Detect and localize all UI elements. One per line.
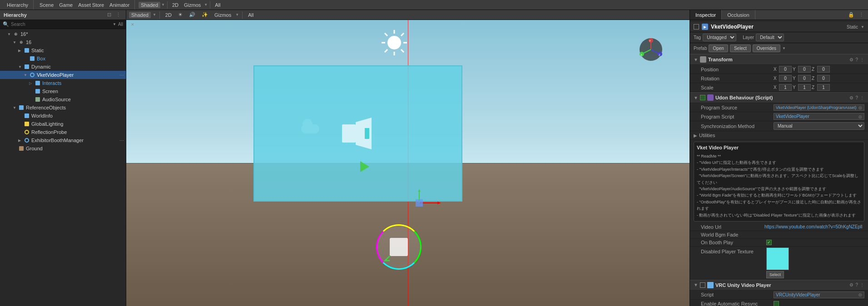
sync-method-dropdown[interactable]: Manual (774, 122, 864, 130)
scale-z-input[interactable] (817, 84, 830, 91)
shaded-btn[interactable]: Shaded (139, 2, 160, 8)
scene-2d-btn[interactable]: 2D (163, 12, 174, 18)
search-all-btn[interactable]: All (213, 2, 223, 8)
asset-store-btn[interactable]: Asset Store (76, 2, 106, 8)
more-dots[interactable]: ⋯ (119, 138, 124, 143)
settings-icon: ⚙ (849, 57, 853, 62)
prefab-open-btn[interactable]: Open (709, 44, 728, 52)
tag-dropdown[interactable]: Untagged (703, 34, 736, 41)
hier-item-16star[interactable]: ▼ ⊕ 16* (0, 30, 126, 38)
pos-z-input[interactable] (817, 66, 830, 73)
scale-x-input[interactable] (779, 84, 792, 91)
transform-gizmo[interactable] (406, 189, 442, 217)
enable-resync-row: Enable Automatic Resync (690, 300, 868, 306)
video-screen-object (253, 65, 462, 202)
tab-occlusion[interactable]: Occlusion (722, 10, 755, 20)
pos-y-field: Y (793, 66, 811, 73)
program-source-field[interactable]: VketVideoPlayer (UdonSharpProgramAsset) … (774, 104, 864, 111)
hier-item-refobjects[interactable]: ▼ ReferenceObjects (0, 104, 126, 112)
on-booth-checkbox[interactable]: ✓ (766, 240, 772, 245)
hier-item-static[interactable]: ▶ Static (0, 46, 126, 54)
pos-y-input[interactable] (798, 66, 811, 73)
udon-section-icons: ⚙ ? ⋮ (849, 95, 864, 100)
hier-item-worldinfo[interactable]: WorldInfo (0, 112, 126, 120)
sun-object (381, 29, 408, 56)
vrc-script-field[interactable]: VRCUnityVideoPlayer ◎ (774, 291, 864, 298)
vrc-icon (707, 282, 714, 288)
vket-box-text: ** ReadMe ** - "Video Url"に指定した動画を再生できます… (697, 153, 861, 218)
rot-x-input[interactable] (779, 75, 792, 82)
hierarchy-search-input[interactable] (11, 22, 111, 27)
program-script-field[interactable]: VketVideoPlayer ◎ (774, 113, 864, 120)
scene-orientation-gizmo[interactable]: Y Z X (637, 36, 665, 63)
texture-select-btn[interactable]: Select (766, 271, 784, 278)
hier-label: Static (31, 48, 44, 53)
object-icon: ▶ (702, 24, 708, 30)
rot-y-input[interactable] (798, 75, 811, 82)
utilities-row[interactable]: ▶ Utilities (690, 131, 868, 140)
hier-item-ground[interactable]: Ground (0, 144, 126, 153)
hier-item-box[interactable]: Box (0, 54, 126, 63)
vrc-title: VRC Unity Video Player (715, 282, 848, 288)
active-checkbox[interactable] (694, 24, 699, 30)
expand-arrow: ▼ (18, 65, 24, 69)
folder-icon (24, 64, 30, 70)
overrides-arrow: ▼ (782, 46, 786, 50)
scene-view[interactable]: Y Z X ✕ (126, 20, 689, 306)
vrc-logo-circle (376, 224, 422, 270)
video-url-label: Video Url (701, 224, 764, 230)
top-toolbar: Hierarchy Scene Game Asset Store Animato… (0, 0, 868, 10)
gizmos-btn[interactable]: Gizmos (182, 2, 203, 8)
layer-label: Layer (743, 35, 754, 40)
hier-item-16[interactable]: ▼ ⊕ 16 (0, 38, 126, 46)
scene-btn[interactable]: Scene (37, 2, 56, 8)
scale-y-input[interactable] (798, 84, 811, 91)
scene-all-btn[interactable]: All (246, 12, 256, 18)
rotation-label: Rotation (701, 76, 774, 81)
scene-gizmos-btn[interactable]: Gizmos (212, 12, 233, 18)
rot-x-field: X (774, 75, 792, 82)
hier-item-screen[interactable]: Screen (0, 87, 126, 95)
hier-item-vketvideoplayer[interactable]: ▼ VketVideoPlayer ⋯ (0, 71, 126, 79)
svg-marker-25 (437, 202, 441, 204)
tab-inspector[interactable]: Inspector (690, 10, 722, 20)
enable-resync-checkbox[interactable] (774, 301, 779, 306)
hier-item-exhibitorbooth[interactable]: ▶ ExhibitorBoothManager ⋯ (0, 136, 126, 144)
hier-item-interacts[interactable]: ▷ Interacts (0, 79, 126, 87)
transform-section-header[interactable]: ▼ Transform ⚙ ? ⋮ (690, 54, 868, 65)
object-header: ▶ VketVideoPlayer Static ▼ (690, 22, 868, 32)
scene-light-btn[interactable]: ☀ (176, 11, 185, 18)
animator-btn[interactable]: Animator (107, 2, 132, 8)
y-label: Y (793, 76, 797, 81)
inspector-more-btn[interactable]: ⋮ (858, 11, 865, 18)
prefab-select-btn[interactable]: Select (730, 44, 751, 52)
layer-dropdown[interactable]: Default (756, 34, 784, 41)
hierarchy-lock-btn[interactable]: ⊡ (106, 11, 113, 18)
scene-audio-btn[interactable]: 🔊 (187, 11, 198, 18)
vrc-section-header[interactable]: ▼ VRC Unity Video Player ⚙ ? ⋮ (690, 280, 868, 291)
hier-item-globallighting[interactable]: GlobalLighting (0, 120, 126, 128)
hier-item-dynamic[interactable]: ▼ Dynamic (0, 63, 126, 71)
more-dots[interactable]: ⋯ (119, 73, 124, 78)
game-btn[interactable]: Game (57, 2, 75, 8)
2d-btn[interactable]: 2D (170, 2, 181, 8)
vrc-checkbox[interactable] (700, 282, 705, 288)
expand-arrow: ▶ (694, 133, 697, 138)
pos-x-input[interactable] (779, 66, 792, 73)
hierarchy-btn[interactable]: Hierarchy (5, 2, 30, 8)
udon-section-header[interactable]: ▼ Udon Behaviour (Script) ⚙ ? ⋮ (690, 92, 868, 103)
prefab-overrides-btn[interactable]: Overrides (753, 44, 780, 52)
hierarchy-search-bar: 🔍 ▼ All (0, 20, 126, 29)
view-controls: Shaded ▼ 2D Gizmos ▼ All (136, 0, 225, 10)
udon-checkbox[interactable] (700, 95, 705, 100)
hier-label: GlobalLighting (31, 121, 63, 127)
static-dropdown[interactable]: ▼ (861, 25, 864, 29)
hier-item-reflectionprobe[interactable]: ReflectionProbe (0, 128, 126, 136)
inspector-lock-btn[interactable]: 🔒 (847, 11, 856, 18)
rot-z-input[interactable] (817, 75, 830, 82)
scale-label: Scale (701, 85, 774, 90)
scene-shaded-btn[interactable]: Shaded (129, 12, 151, 18)
hier-item-audiosource[interactable]: AudioSource (0, 95, 126, 104)
hierarchy-more-btn[interactable]: ⋮ (114, 11, 122, 18)
scene-fx-btn[interactable]: ✨ (199, 11, 210, 18)
